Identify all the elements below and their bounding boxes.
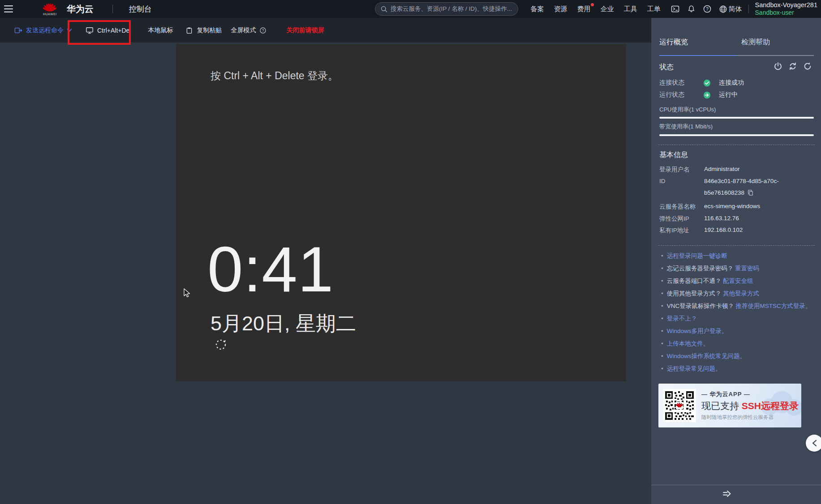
banner-ssh-highlight: SSH远程登录 [742, 401, 799, 411]
nav-item-tickets[interactable]: 工单 [647, 5, 661, 13]
public-ip-value: 116.63.12.76 [704, 215, 739, 223]
mouse-cursor [183, 288, 192, 300]
server-name-label: 云服务器名称 [659, 203, 704, 211]
banner-app-title: — 华为云APP — [701, 390, 799, 398]
send-remote-command-label: 发送远程命令 [26, 26, 64, 34]
tab-running-overview[interactable]: 运行概览 [659, 38, 688, 47]
public-ip-label: 弹性公网IP [659, 215, 704, 223]
faq-item-multi-user: •Windows多用户登录。 [661, 327, 728, 335]
lock-screen-date: 5月20日, 星期二 [211, 310, 356, 337]
connection-status-row: 连接状态 连接成功 [659, 79, 744, 87]
lock-screen-warning: 关闭前请锁屏 [286, 26, 324, 34]
running-status-label: 运行状态 [659, 91, 703, 99]
id-label: ID [659, 178, 704, 184]
link-configure-security-group[interactable]: 配置安全组 [723, 278, 753, 284]
account-user: Sandbox-user [755, 9, 817, 17]
id-value-line1: 846e3c01-8778-4d85-a70c- [704, 178, 779, 184]
vnc-login-hint: 按 Ctrl + Alt + Delete 登录。 [211, 69, 338, 83]
fullscreen-label: 全屏模式 [231, 26, 256, 34]
copy-id-icon[interactable] [747, 189, 754, 196]
cpu-usage-label: CPU使用率(1 vCPUs) [659, 106, 716, 114]
nav-item-tools[interactable]: 工具 [624, 5, 637, 13]
fullscreen-help-icon[interactable]: ? [259, 27, 267, 34]
clipboard-icon [185, 26, 193, 34]
huawei-logo[interactable]: HUAWEI [43, 2, 57, 16]
copy-paste-button[interactable]: 复制粘贴 [185, 26, 222, 34]
vnc-remote-screen[interactable]: 按 Ctrl + Alt + Delete 登录。 0:41 5月20日, 星期… [176, 44, 626, 381]
nav-item-enterprise[interactable]: 企业 [601, 5, 614, 13]
local-mouse-button[interactable]: 本地鼠标 [148, 26, 173, 34]
link-upload-local-files[interactable]: 上传本地文件。 [667, 340, 709, 347]
link-remote-login-diagnose[interactable]: 远程登录问题一键诊断 [667, 252, 727, 259]
account-menu[interactable]: Sandbox-Voyager281 Sandbox-user [755, 1, 817, 17]
faq-item-other-login: •使用其他登录方式？ 其他登录方式 [661, 290, 759, 298]
info-row-id: ID 846e3c01-8778-4d85-a70c- [659, 178, 779, 184]
info-row-private-ip: 私有IP地址 192.168.0.102 [659, 226, 743, 235]
faq-item-windows-faq: •Windows操作系统常见问题。 [661, 352, 746, 360]
console-link[interactable]: 控制台 [129, 4, 152, 14]
billing-notification-dot [591, 3, 594, 6]
huawei-cloud-vnc-console: HUAWEI 华为云 控制台 搜索云服务、资源(IP / 名称 / ID)、快捷… [0, 0, 821, 504]
nav-item-billing-label: 费用 [577, 5, 591, 13]
brand-name[interactable]: 华为云 [67, 3, 94, 15]
nav-divider [112, 5, 113, 13]
svg-text:?: ? [706, 6, 709, 12]
info-row-id-line2: b5e761608238 [659, 189, 754, 196]
link-cannot-login[interactable]: 登录不上？ [667, 315, 697, 322]
app-qr-banner[interactable]: — 华为云APP — 现已支持 SSH远程登录 随时随地掌控您的弹性云服务器 [658, 384, 801, 427]
global-search-input[interactable]: 搜索云服务、资源(IP / 名称 / ID)、快捷操作... [375, 2, 518, 16]
link-windows-os-faq[interactable]: Windows操作系统常见问题。 [667, 353, 746, 359]
private-ip-label: 私有IP地址 [659, 226, 704, 235]
username-label: 登录用户名 [659, 166, 704, 174]
power-icon[interactable] [774, 62, 782, 71]
private-ip-value: 192.168.0.102 [704, 226, 743, 235]
help-icon[interactable]: ? [703, 4, 712, 13]
refresh-icon[interactable] [803, 62, 812, 71]
search-icon [381, 6, 387, 13]
notifications-bell-icon[interactable] [687, 4, 696, 13]
nav-item-beian[interactable]: 备案 [531, 5, 544, 13]
link-reset-password[interactable]: 重置密码 [735, 265, 759, 272]
send-remote-command-button[interactable]: 发送远程命令 [14, 26, 72, 34]
expand-arrow-icon[interactable] [722, 489, 732, 500]
monitor-icon [86, 26, 94, 34]
divider [658, 145, 815, 145]
tab-detect-help[interactable]: 检测帮助 [741, 38, 770, 47]
basic-info-section-title: 基本信息 [659, 150, 688, 160]
panel-bottom-bar [651, 485, 821, 504]
fullscreen-button[interactable]: 全屏模式 ? [231, 26, 267, 34]
faq-item-remote-login-faq: •远程登录常见问题。 [661, 365, 721, 373]
faq-item-reset-password: •忘记云服务器登录密码？ 重置密码 [661, 265, 759, 273]
ctrl-alt-del-button[interactable]: Ctrl+Alt+Del [86, 26, 131, 34]
connection-status-label: 连接状态 [659, 79, 703, 87]
info-row-public-ip: 弹性公网IP 116.63.12.76 [659, 215, 739, 223]
local-mouse-label: 本地鼠标 [148, 26, 173, 34]
huawei-logo-text: HUAWEI [43, 13, 57, 16]
nav-item-billing[interactable]: 费用 [577, 5, 591, 13]
language-switcher[interactable]: 简体 [719, 5, 742, 13]
status-section-title: 状态 [659, 63, 674, 72]
link-other-login-methods[interactable]: 其他登录方式 [723, 290, 759, 297]
chevron-left-icon [812, 440, 817, 447]
svg-text:?: ? [262, 28, 264, 32]
info-row-server-name: 云服务器名称 ecs-simeng-windows [659, 203, 760, 211]
search-placeholder: 搜索云服务、资源(IP / 名称 / ID)、快捷操作... [391, 5, 512, 13]
nav-divider [748, 4, 749, 13]
top-navbar: HUAWEI 华为云 控制台 搜索云服务、资源(IP / 名称 / ID)、快捷… [0, 0, 821, 18]
nav-item-resources[interactable]: 资源 [554, 5, 567, 13]
chevron-down-icon [67, 28, 72, 32]
lock-screen-clock: 0:41 [207, 237, 334, 301]
server-info-panel: 运行概览 检测帮助 状态 连接状态 连接成功 运行状态 运行中 CPU使用率(1… [651, 18, 821, 504]
language-label: 简体 [729, 5, 742, 13]
active-tab-indicator [659, 55, 736, 56]
switch-sync-icon[interactable] [788, 62, 797, 71]
collapse-panel-button[interactable] [806, 435, 821, 452]
link-remote-login-faq[interactable]: 远程登录常见问题。 [667, 365, 722, 372]
qr-code [663, 389, 696, 422]
link-mstsc-login[interactable]: 推荐使用MSTSC方式登录。 [736, 303, 812, 309]
hamburger-menu-icon[interactable] [0, 0, 17, 18]
cli-terminal-icon[interactable] [671, 4, 680, 13]
faq-item-security-group: •云服务器端口不通？ 配置安全组 [661, 277, 753, 285]
divider [658, 245, 815, 246]
link-windows-multi-user[interactable]: Windows多用户登录。 [667, 328, 728, 334]
